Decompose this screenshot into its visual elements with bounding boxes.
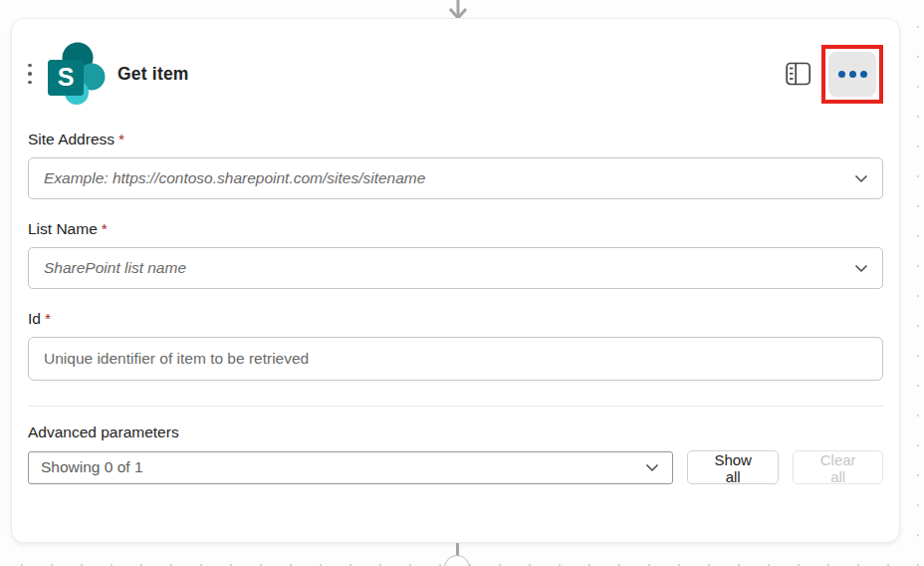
card-title: Get item — [117, 64, 189, 85]
site-address-combobox[interactable] — [28, 157, 883, 199]
field-id: Id* — [28, 310, 883, 381]
required-asterisk: * — [102, 220, 108, 237]
id-input[interactable] — [42, 349, 869, 369]
field-label: List Name* — [28, 220, 883, 238]
section-divider — [28, 406, 883, 407]
svg-text:S: S — [58, 63, 75, 91]
flow-connector-node[interactable] — [444, 555, 470, 566]
more-options-icon — [838, 71, 845, 78]
field-site-address: Site Address* — [28, 131, 883, 199]
site-address-input[interactable] — [42, 168, 845, 188]
annotation-highlight — [821, 45, 883, 104]
id-textbox[interactable] — [28, 337, 883, 381]
expand-panel-button[interactable] — [785, 61, 812, 87]
sharepoint-icon: S — [42, 41, 106, 107]
advanced-parameters-label: Advanced parameters — [28, 424, 883, 441]
card-header: S Get item — [28, 43, 883, 105]
more-options-button[interactable] — [828, 52, 876, 97]
drag-handle-icon[interactable] — [28, 64, 40, 85]
list-name-combobox[interactable] — [28, 247, 883, 289]
required-asterisk: * — [45, 310, 51, 327]
show-all-button[interactable]: Show all — [687, 450, 779, 484]
chevron-down-icon[interactable] — [853, 261, 869, 275]
chevron-down-icon[interactable] — [853, 171, 869, 185]
clear-all-button: Clear all — [793, 450, 883, 484]
chevron-down-icon — [644, 460, 660, 474]
advanced-parameters-dropdown[interactable]: Showing 0 of 1 — [28, 451, 673, 484]
field-list-name: List Name* — [28, 220, 883, 289]
required-asterisk: * — [118, 131, 124, 147]
advanced-dropdown-value: Showing 0 of 1 — [41, 458, 636, 476]
expand-panel-icon — [786, 62, 811, 86]
advanced-parameters-row: Showing 0 of 1 Show all Clear all — [28, 450, 883, 484]
field-label: Id* — [28, 310, 883, 328]
action-card-get-item[interactable]: S Get item Site Address* — [11, 18, 900, 543]
field-label: Site Address* — [28, 131, 883, 148]
list-name-input[interactable] — [42, 258, 845, 278]
